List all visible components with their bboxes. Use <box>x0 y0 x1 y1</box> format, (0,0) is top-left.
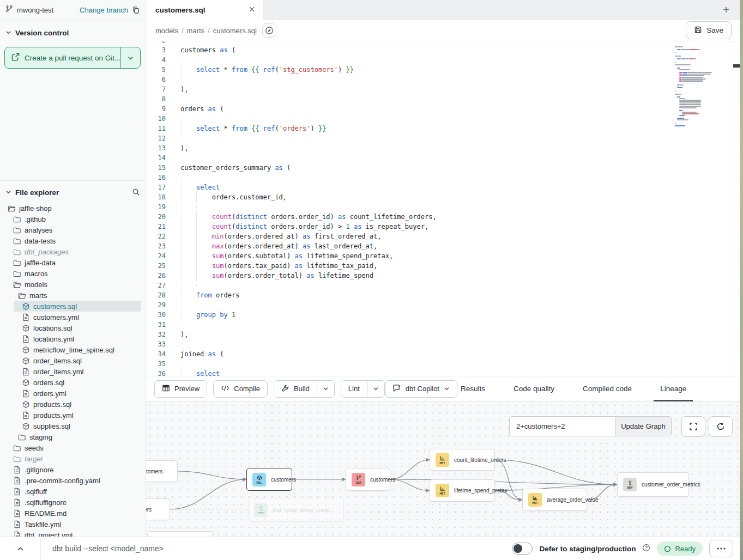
code-line-3[interactable]: 3customers as ( <box>146 45 740 55</box>
scrollbar-thumb[interactable] <box>733 64 740 68</box>
lineage-node-lifetime_spend_pretax[interactable]: METlifetime_spend_pretax <box>430 479 495 502</box>
file-tree-item-jaffle-shop[interactable]: jaffle-shop <box>0 203 146 214</box>
compile-button[interactable]: Compile <box>213 380 268 398</box>
breadcrumb-segment[interactable]: models <box>155 27 178 35</box>
code-line-10[interactable]: 10 <box>146 114 740 124</box>
lineage-panel[interactable]: stg_customersordersMDLcustomersTSTtest_o… <box>146 401 740 537</box>
file-tree-item-taskfile-yml[interactable]: Taskfile.yml <box>0 519 146 529</box>
breadcrumb-segment[interactable]: customers.sql <box>213 27 257 35</box>
help-icon[interactable] <box>642 544 650 554</box>
lineage-node-tst_ghost[interactable]: TSTtest_order_items_compute_to_bools... <box>248 498 344 522</box>
code-line-35[interactable]: 35 <box>146 359 740 369</box>
file-tree-item-metricflow-time-spine-sql[interactable]: metricflow_time_spine.sql <box>0 344 146 355</box>
code-line-32[interactable]: 32), <box>146 330 740 339</box>
file-tree-item-target[interactable]: target <box>0 453 146 464</box>
file-tree-item-jaffle-data[interactable]: jaffle-data <box>0 257 146 268</box>
editor-scrollbar[interactable] <box>733 41 740 376</box>
file-tree-item-orders-sql[interactable]: orders.sql <box>0 377 146 388</box>
code-line-22[interactable]: 22 min(orders.ordered_at) as first_order… <box>146 232 740 241</box>
file-tree-item-customers-sql[interactable]: customers.sql <box>0 301 146 312</box>
file-tree-item-supplies-sql[interactable]: supplies.sql <box>0 421 146 431</box>
update-graph-button[interactable]: Update Graph <box>615 417 671 436</box>
command-input[interactable] <box>41 537 512 560</box>
panel-tab-code-quality[interactable]: Code quality <box>514 376 554 401</box>
code-line-28[interactable]: 28 from orders <box>146 290 740 300</box>
code-line-6[interactable]: 6 <box>146 75 740 84</box>
code-editor[interactable]: 23customers as (45 select * from {{ ref(… <box>146 41 740 376</box>
file-tree-item--sqlfluff[interactable]: .sqlfluff <box>0 486 146 497</box>
lineage-node-count_lifetime_orders[interactable]: METcount_lifetime_orders <box>430 449 495 471</box>
code-line-21[interactable]: 21 count(distinct orders.order_id) > 1 a… <box>146 222 740 232</box>
file-tree-item-data-tests[interactable]: data-tests <box>0 235 146 246</box>
refresh-icon[interactable] <box>709 416 733 437</box>
file-tree-item--gitignore[interactable]: .gitignore <box>0 464 146 475</box>
code-line-34[interactable]: 34joined as ( <box>146 349 740 359</box>
code-line-23[interactable]: 23 max(orders.ordered_at) as last_ordere… <box>146 241 740 251</box>
new-tab-button[interactable]: + <box>719 3 733 17</box>
lint-dropdown-caret[interactable] <box>367 381 384 397</box>
more-options-button[interactable] <box>709 540 733 557</box>
compass-icon[interactable] <box>262 23 276 38</box>
panel-tab-results[interactable]: Results <box>461 376 485 401</box>
lineage-node-customers_sem[interactable]: SEMcustomers <box>346 468 390 491</box>
code-line-20[interactable]: 20 count(distinct orders.order_id) as co… <box>146 212 740 222</box>
editor-minimap[interactable] <box>673 42 733 127</box>
chevron-up-icon[interactable] <box>0 537 41 560</box>
code-line-15[interactable]: 15customer_orders_summary as ( <box>146 163 740 173</box>
file-tree-item-dbt-packages[interactable]: dbt_packages <box>0 246 146 257</box>
file-tree-item-models[interactable]: models <box>0 279 146 290</box>
tab-customers-sql[interactable]: customers.sql <box>146 0 263 20</box>
pr-button-dropdown-caret[interactable] <box>120 47 140 68</box>
lineage-node-orders[interactable]: orders <box>146 498 170 520</box>
code-line-30[interactable]: 30 group by 1 <box>146 310 740 320</box>
version-control-header[interactable]: Version control <box>0 25 146 40</box>
file-tree-item-customers-yml[interactable]: customers.yml <box>0 312 146 322</box>
code-line-26[interactable]: 26 sum(orders.order_total) as lifetime_s… <box>146 271 740 281</box>
close-icon[interactable] <box>249 5 255 15</box>
file-tree-item-locations-sql[interactable]: locations.sql <box>0 322 146 333</box>
file-explorer-header[interactable]: File explorer <box>0 180 146 200</box>
code-line-4[interactable]: 4 <box>146 55 740 65</box>
code-line-25[interactable]: 25 sum(orders.tax_paid) as lifetime_tax_… <box>146 261 740 271</box>
file-tree-item-dbt-project-yml[interactable]: dbt_project.yml <box>0 529 146 537</box>
code-line-19[interactable]: 19 <box>146 202 740 212</box>
save-button[interactable]: Save <box>686 21 732 39</box>
file-tree-item-readme-md[interactable]: README.md <box>0 508 146 519</box>
code-line-33[interactable]: 33 <box>146 339 740 349</box>
code-line-7[interactable]: 7), <box>146 84 740 94</box>
code-line-5[interactable]: 5 select * from {{ ref('stg_customers') … <box>146 65 740 75</box>
code-line-8[interactable]: 8 <box>146 94 740 104</box>
copy-icon[interactable] <box>132 6 140 14</box>
file-tree-item-products-sql[interactable]: products.sql <box>0 399 146 410</box>
lineage-node-partial_node[interactable] <box>147 531 213 537</box>
file-tree-item-analyses[interactable]: analyses <box>0 224 146 235</box>
file-tree-item-seeds[interactable]: seeds <box>0 442 146 453</box>
code-line-11[interactable]: 11 select * from {{ ref('orders') }} <box>146 124 740 133</box>
search-icon[interactable] <box>132 188 140 198</box>
lineage-node-average_order_value[interactable]: METaverage_order_value <box>522 489 587 511</box>
panel-tab-compiled-code[interactable]: Compiled code <box>583 376 632 401</box>
file-tree-item-order-items-yml[interactable]: order_items.yml <box>0 366 146 377</box>
code-line-17[interactable]: 17 select <box>146 182 740 192</box>
file-tree-item-locations-yml[interactable]: locations.yml <box>0 333 146 344</box>
code-line-12[interactable]: 12 <box>146 133 740 143</box>
code-line-9[interactable]: 9orders as ( <box>146 104 740 114</box>
lint-button[interactable]: Lint <box>341 381 367 397</box>
code-line-2[interactable]: 2 <box>146 41 740 45</box>
file-tree-item-products-yml[interactable]: products.yml <box>0 410 146 421</box>
build-button[interactable]: Build <box>274 381 317 397</box>
file-tree-item-order-items-sql[interactable]: order_items.sql <box>0 355 146 366</box>
fullscreen-icon[interactable] <box>681 416 705 437</box>
code-line-14[interactable]: 14 <box>146 153 740 163</box>
lineage-filter-input[interactable] <box>510 417 615 436</box>
preview-button[interactable]: Preview <box>154 380 207 398</box>
breadcrumb-segment[interactable]: marts <box>187 27 205 35</box>
code-line-36[interactable]: 36 select <box>146 369 740 376</box>
file-tree-item--pre-commit-config-yaml[interactable]: .pre-commit-config.yaml <box>0 475 146 486</box>
file-tree-item-macros[interactable]: macros <box>0 268 146 279</box>
file-tree-item-marts[interactable]: marts <box>0 290 146 301</box>
build-dropdown-caret[interactable] <box>317 381 334 397</box>
code-line-16[interactable]: 16 <box>146 173 740 182</box>
file-tree-item-orders-yml[interactable]: orders.yml <box>0 388 146 399</box>
file-tree-item--github[interactable]: .github <box>0 214 146 224</box>
